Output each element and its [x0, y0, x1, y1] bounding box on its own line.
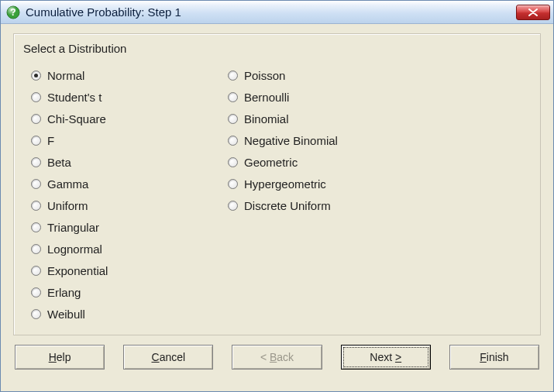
- radio-weibull[interactable]: Weibull: [31, 303, 225, 325]
- finish-button-label: Finish: [480, 351, 508, 363]
- radio-bernoulli[interactable]: Bernoulli: [228, 86, 457, 108]
- radio-dot-icon: [31, 201, 41, 211]
- radio-dot-icon: [31, 157, 41, 167]
- panel-heading: Select a Distribution: [23, 42, 531, 55]
- radio-negative_binomial[interactable]: Negative Binomial: [228, 129, 457, 151]
- distribution-col-left: NormalStudent's tChi-SquareFBetaGammaUni…: [23, 64, 225, 325]
- radio-label: Exponential: [47, 264, 108, 277]
- radio-dot-icon: [228, 114, 238, 124]
- radio-label: Hypergeometric: [244, 177, 326, 191]
- radio-label: Discrete Uniform: [244, 199, 331, 212]
- radio-binomial[interactable]: Binomial: [228, 108, 457, 129]
- question-circle-icon: ?: [5, 5, 21, 20]
- radio-label: Normal: [47, 69, 84, 82]
- radio-label: Geometric: [244, 156, 298, 169]
- radio-gamma[interactable]: Gamma: [31, 173, 225, 194]
- titlebar: ? Cumulative Probability: Step 1: [1, 1, 553, 24]
- radio-normal[interactable]: Normal: [31, 64, 225, 86]
- radio-exponential[interactable]: Exponential: [31, 260, 225, 281]
- svg-text:?: ?: [10, 7, 15, 18]
- radio-dot-icon: [228, 136, 238, 146]
- radio-dot-icon: [31, 179, 41, 189]
- radio-dot-icon: [228, 70, 238, 81]
- back-button-label: < Back: [260, 351, 294, 363]
- radio-label: Poisson: [244, 69, 285, 82]
- radio-label: Triangular: [47, 221, 99, 234]
- radio-label: Uniform: [47, 199, 88, 212]
- radio-label: F: [47, 134, 54, 147]
- radio-label: Chi-Square: [47, 112, 106, 126]
- radio-dot-icon: [31, 287, 41, 297]
- radio-dot-icon: [31, 136, 41, 146]
- radio-dot-icon: [228, 201, 238, 211]
- radio-poisson[interactable]: Poisson: [228, 64, 457, 86]
- radio-label: Lognormal: [47, 242, 102, 256]
- radio-dot-icon: [228, 179, 238, 189]
- radio-chi_square[interactable]: Chi-Square: [31, 108, 225, 129]
- radio-dot-icon: [31, 70, 41, 81]
- radio-f[interactable]: F: [31, 129, 225, 151]
- radio-dot-icon: [31, 222, 41, 232]
- cancel-button-label: Cancel: [152, 351, 186, 363]
- radio-label: Student's t: [47, 91, 102, 104]
- radio-geometric[interactable]: Geometric: [228, 151, 457, 173]
- radio-discrete_uniform[interactable]: Discrete Uniform: [228, 194, 457, 216]
- close-icon: [528, 9, 538, 16]
- radio-students_t[interactable]: Student's t: [31, 86, 225, 108]
- radio-label: Beta: [47, 156, 71, 169]
- radio-dot-icon: [228, 92, 238, 102]
- radio-dot-icon: [31, 309, 41, 319]
- finish-button[interactable]: Finish: [449, 345, 539, 370]
- radio-label: Erlang: [47, 286, 81, 299]
- radio-dot-icon: [228, 157, 238, 167]
- radio-dot-icon: [31, 92, 41, 102]
- radio-beta[interactable]: Beta: [31, 151, 225, 173]
- button-row: Help Cancel < Back Next > Finish: [13, 345, 541, 370]
- dialog-window: ? Cumulative Probability: Step 1 Select …: [0, 0, 554, 392]
- radio-dot-icon: [31, 114, 41, 124]
- client-area: Select a Distribution NormalStudent's tC…: [1, 24, 553, 391]
- distribution-columns: NormalStudent's tChi-SquareFBetaGammaUni…: [23, 64, 531, 325]
- radio-label: Negative Binomial: [244, 134, 338, 147]
- back-button: < Back: [232, 345, 322, 370]
- radio-label: Weibull: [47, 308, 85, 321]
- radio-label: Gamma: [47, 177, 88, 191]
- radio-dot-icon: [31, 244, 41, 254]
- next-button[interactable]: Next >: [341, 345, 431, 370]
- help-button-label: Help: [49, 351, 71, 363]
- radio-label: Binomial: [244, 112, 289, 126]
- radio-dot-icon: [31, 266, 41, 276]
- cancel-button[interactable]: Cancel: [123, 345, 213, 370]
- radio-hypergeometric[interactable]: Hypergeometric: [228, 173, 457, 194]
- content-panel: Select a Distribution NormalStudent's tC…: [13, 33, 541, 335]
- help-button[interactable]: Help: [15, 345, 105, 370]
- radio-lognormal[interactable]: Lognormal: [31, 238, 225, 260]
- window-title: Cumulative Probability: Step 1: [26, 5, 516, 19]
- radio-uniform[interactable]: Uniform: [31, 194, 225, 216]
- radio-triangular[interactable]: Triangular: [31, 216, 225, 238]
- close-button[interactable]: [516, 5, 550, 20]
- radio-label: Bernoulli: [244, 91, 289, 104]
- radio-erlang[interactable]: Erlang: [31, 281, 225, 303]
- distribution-col-right: PoissonBernoulliBinomialNegative Binomia…: [225, 64, 457, 325]
- next-button-label: Next >: [370, 351, 401, 363]
